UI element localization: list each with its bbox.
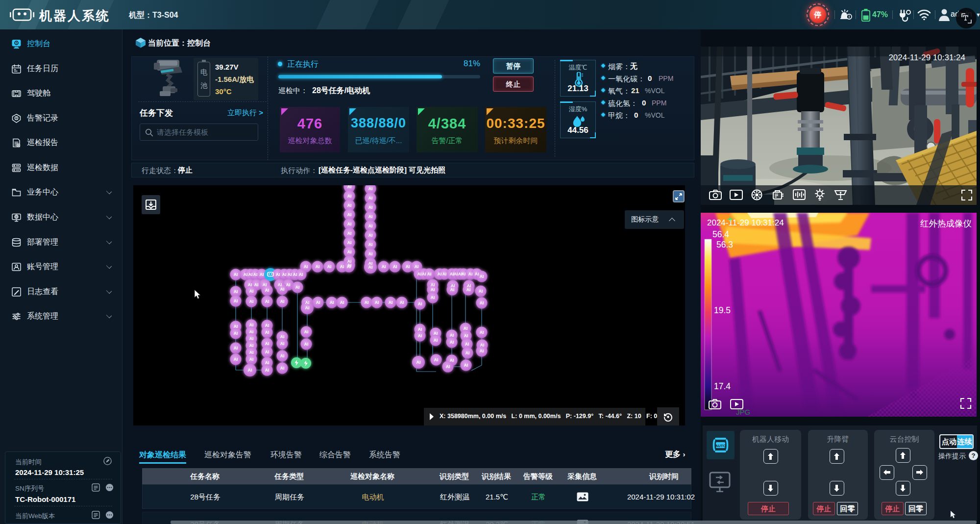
svg-text:AI: AI [280,341,285,346]
svg-text:AI: AI [465,342,469,347]
svg-text:AI: AI [265,323,270,328]
svg-text:AI: AI [249,357,254,362]
svg-text:AI: AI [466,350,470,355]
svg-text:AI: AI [415,264,419,269]
svg-text:AI: AI [248,368,252,373]
svg-text:AI: AI [442,272,447,276]
svg-text:AI: AI [347,222,352,226]
svg-text:AI: AI [265,341,270,346]
svg-text:AI: AI [418,301,422,306]
svg-text:AI: AI [480,274,484,279]
svg-text:AI: AI [316,264,320,269]
svg-text:AI: AI [393,264,397,269]
svg-text:AI: AI [450,340,454,345]
svg-text:红外热成像仪: 红外热成像仪 [920,219,972,228]
svg-text:AI: AI [254,282,259,287]
svg-text:AI: AI [480,330,484,335]
svg-text:AI: AI [347,185,352,189]
svg-text:AI: AI [347,264,351,269]
svg-text:AI: AI [316,300,320,305]
svg-text:AI: AI [304,342,309,347]
svg-text:AI: AI [263,282,267,287]
svg-text:AI: AI [244,272,248,277]
svg-text:AI: AI [418,333,422,338]
svg-text:AI: AI [249,299,254,304]
svg-text:AI: AI [368,251,373,256]
svg-text:AI: AI [368,233,373,238]
svg-text:AI: AI [475,272,479,276]
svg-text:19.5: 19.5 [714,305,731,315]
svg-text:AI: AI [375,300,379,305]
svg-text:AI: AI [234,299,238,303]
svg-text:AI: AI [265,299,270,304]
svg-text:AI: AI [234,272,238,277]
svg-text:AI: AI [234,346,238,350]
svg-text:AI: AI [480,300,484,305]
svg-text:AI: AI [480,349,484,353]
svg-text:AI: AI [304,329,309,334]
svg-text:17.4: 17.4 [714,381,731,391]
svg-text:AI: AI [468,272,473,276]
svg-text:AUTO: AUTO [715,444,726,448]
svg-text:56.4: 56.4 [712,229,729,239]
svg-text:AI: AI [368,265,373,270]
svg-text:AI: AI [234,331,238,336]
svg-text:AI: AI [438,272,442,276]
svg-text:AI: AI [249,289,254,294]
svg-text:AI: AI [299,272,303,277]
svg-text:AI: AI [347,194,352,199]
svg-text:AI: AI [347,250,352,254]
svg-text:AI: AI [416,360,421,365]
svg-text:AI: AI [382,264,386,269]
svg-text:AI: AI [347,240,352,245]
svg-text:AI: AI [454,272,458,276]
svg-text:AI: AI [248,282,252,287]
svg-text:AI: AI [305,305,310,310]
svg-text:AI: AI [295,285,300,290]
svg-text:AI: AI [368,186,373,191]
svg-text:JPG: JPG [736,408,750,416]
svg-text:AI: AI [280,366,285,371]
svg-text:AI: AI [450,358,454,363]
svg-text:AI: AI [434,338,438,343]
svg-text:AI: AI [330,300,334,305]
svg-text:AI: AI [389,300,393,305]
svg-text:AI: AI [249,343,254,348]
svg-text:AI: AI [431,287,435,292]
svg-text:AI: AI [234,357,238,362]
svg-text:AI: AI [347,212,352,217]
svg-text:AI: AI [347,231,352,236]
svg-text:AI: AI [365,300,369,305]
svg-text:AI: AI [417,272,422,276]
svg-text:AI: AI [286,282,291,287]
svg-text:56.3: 56.3 [716,240,733,250]
svg-text:AI: AI [288,272,292,277]
svg-text:AI: AI [249,323,254,327]
svg-text:AI: AI [464,363,468,368]
svg-text:AI: AI [446,364,450,369]
svg-text:AI: AI [280,334,285,339]
svg-text:AI: AI [265,368,270,373]
svg-text:AI: AI [450,287,455,292]
svg-text:AI: AI [418,327,422,332]
svg-text:AI: AI [280,299,285,304]
svg-text:AI: AI [450,333,454,338]
svg-text:AI: AI [234,324,238,329]
svg-text:AI: AI [479,289,483,294]
svg-text:AI: AI [260,272,264,277]
svg-text:AI: AI [340,300,344,305]
svg-text:AI: AI [368,242,373,247]
svg-text:AI: AI [434,331,438,336]
svg-text:AI: AI [305,300,310,305]
svg-text:AI: AI [422,272,426,276]
svg-text:AI: AI [265,360,270,365]
svg-text:AI: AI [340,264,344,269]
svg-text:AI: AI [462,272,466,276]
svg-text:AI: AI [427,272,432,276]
svg-text:AI: AI [464,326,468,331]
svg-text:AI: AI [280,353,285,358]
svg-text:AI: AI [282,272,287,277]
svg-text:AI: AI [280,287,285,292]
svg-text:AI: AI [368,224,373,228]
svg-text:AI: AI [466,287,471,292]
